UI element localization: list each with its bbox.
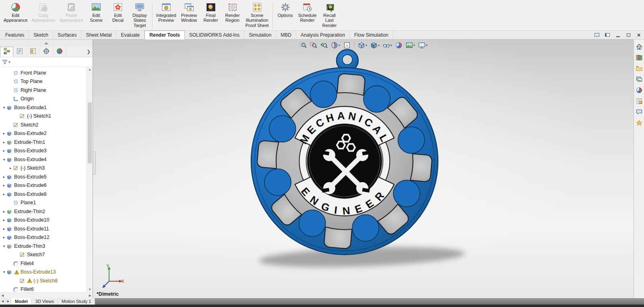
tree-item-boss-extrude11[interactable]: ▸Boss-Extrude11 [0,224,87,233]
tree-item-sketch7[interactable]: Sketch7 [0,251,87,259]
tree-item-boss-extrude5[interactable]: ▸Boss-Extrude5 [0,172,87,181]
graphics-viewport[interactable]: MECHANICAL ENGINEER [93,39,634,298]
manager-tab-propertymanager[interactable] [13,47,27,57]
task-pane-solidworks-resources-home-button[interactable] [635,43,643,51]
tab-sketch[interactable]: Sketch [29,31,53,39]
task-pane-solidworks-forum-button[interactable] [635,108,643,116]
bottom-tab-3d-views[interactable]: 3D Views [32,298,58,305]
tree-item-extrude-thin1[interactable]: ▸Extrude-Thin1 [0,138,87,147]
render-region-button[interactable]: Render Region [222,1,244,24]
expander-expanded-icon[interactable]: ▾ [2,158,6,162]
tree-item-extrude-thin2[interactable]: ▸Extrude-Thin2 [0,207,87,216]
tree-item-front-plane[interactable]: Front Plane [0,68,87,77]
tree-item-boss-extrude10[interactable]: ▸Boss-Extrude10 [0,216,87,225]
scene-illumination-proof-sheet-button[interactable]: Scene Illumination Proof Sheet [244,1,271,29]
tree-horizontal-scrollbar[interactable]: ◀ ▶ [0,292,93,298]
recall-last-render-button[interactable]: Recall Last Render [319,1,341,29]
options-button[interactable]: Options [275,1,296,19]
expander-collapsed-icon[interactable]: ▸ [2,210,6,214]
expander-collapsed-icon[interactable]: ▸ [2,235,6,239]
tab-mbd[interactable]: MBD [276,31,296,39]
manager-tab-dimxpertmanager[interactable] [40,47,53,57]
hide-show-items-button[interactable]: ▾ [381,41,393,50]
copy-appearance-button[interactable]: Copy Appearance [29,1,57,24]
tab-analysis-preparation[interactable]: Analysis Preparation [296,31,350,39]
expander-collapsed-icon[interactable]: ▸ [2,183,6,187]
tree-item-plane1[interactable]: Plane1 [0,199,87,207]
tree-filter-bar[interactable]: ▾ [0,57,93,67]
bottom-tab-model[interactable]: Model [11,298,32,305]
manager-tab-configurationmanager[interactable] [27,47,40,57]
task-pane-file-explorer-button[interactable] [635,64,643,73]
task-pane-design-library-button[interactable] [635,54,643,62]
paste-appearance-button[interactable]: Paste Appearance [58,1,85,24]
scroll-down-arrow-icon[interactable]: ▼ [87,287,93,292]
tree-item-fillet4[interactable]: Fillet4 [0,259,87,268]
tree-item-sketch8[interactable]: (-) Sketch8 [0,276,87,285]
final-render-button[interactable]: Final Render [200,1,222,24]
expander-expanded-icon[interactable]: ▾ [2,270,6,274]
edit-appearance-button[interactable]: Edit Appearance [2,1,29,24]
expander-expanded-icon[interactable]: ▾ [2,106,6,110]
tree-vertical-scrollbar[interactable]: ▲ ▼ [87,67,93,292]
task-pane-view-palette-button[interactable] [635,75,643,83]
tab-render-tools[interactable]: Render Tools [144,31,185,39]
toggle-panel-icon[interactable] [593,32,601,38]
view-orientation-button[interactable]: ▾ [356,41,368,50]
task-pane-custom-properties-button[interactable] [635,97,643,105]
preview-window-button[interactable]: Preview Window [178,1,200,24]
expander-collapsed-icon[interactable]: ▸ [2,175,6,179]
tree-item-boss-extrude13[interactable]: ▾Boss-Extrude13 [0,268,87,277]
expander-collapsed-icon[interactable]: ▸ [2,192,6,196]
tree-item-sketch2[interactable]: Sketch2 [0,120,87,129]
integrated-preview-button[interactable]: Integrated Preview [154,1,178,24]
schedule-render-button[interactable]: Schedule Render [296,1,319,24]
tree-item-boss-extrude4[interactable]: ▾Boss-Extrude4 [0,155,87,164]
tree-item-boss-extrude8[interactable]: ▸Boss-Extrude8 [0,190,87,199]
3d-model-canvas[interactable]: MECHANICAL ENGINEER [93,39,634,298]
close-button[interactable]: × [635,32,642,38]
view-settings-button[interactable]: ▾ [417,41,429,50]
tab-flow-simulation[interactable]: Flow Simulation [350,31,393,39]
tree-item-boss-extrude6[interactable]: ▸Boss-Extrude6 [0,181,87,190]
scroll-up-arrow-icon[interactable]: ▲ [87,67,93,73]
manager-tab-featuremanager-design-tree[interactable] [0,47,13,57]
tab-surfaces[interactable]: Surfaces [53,31,81,39]
minimize-button[interactable] [614,32,621,38]
scroll-right-arrow-icon[interactable]: ▶ [89,294,91,297]
scrollbar-thumb[interactable] [88,102,92,164]
tree-item-fillet6[interactable]: Fillet6 [0,285,87,293]
tab-scroll-right-icon[interactable]: ▶ [6,298,11,305]
tab-evaluate[interactable]: Evaluate [116,31,144,39]
task-pane-favorites-button[interactable] [635,119,643,127]
model-center-emblem[interactable]: MECHANICAL ENGINEER [295,106,394,217]
task-pane-appearances-scenes-decals-button[interactable] [635,86,643,94]
tree-item-sketch1[interactable]: (-) Sketch1 [0,112,87,121]
restore-button[interactable] [625,32,632,38]
display-style-button[interactable]: ▾ [369,41,381,50]
tab-solidworks-add-ins[interactable]: SOLIDWORKS Add-Ins [185,31,244,39]
tab-scroll-left-icon[interactable]: ◀ [0,298,6,305]
edit-decal-button[interactable]: Edit Decal [107,1,129,24]
tree-item-origin[interactable]: Origin [0,95,87,104]
edit-scene-button[interactable]: Edit Scene [85,1,107,24]
tree-item-boss-extrude12[interactable]: ▸Boss-Extrude12 [0,233,87,242]
dynamic-annotation-views-button[interactable]: A [342,41,352,50]
tree-item-boss-extrude3[interactable]: ▸Boss-Extrude3 [0,147,87,156]
tree-item-boss-extrude2[interactable]: ▸Boss-Extrude2 [0,129,87,138]
bottom-tab-motion-study-1[interactable]: Motion Study 1 [58,298,95,305]
zoom-to-fit-button[interactable] [298,41,308,50]
tree-item-boss-extrude1[interactable]: ▾Boss-Extrude1 [0,103,87,112]
expander-collapsed-icon[interactable]: ▸ [2,218,6,222]
tree-item-sketch3[interactable]: ▸(-) Sketch3 [0,164,87,173]
display-states-target-button[interactable]: Display States Target [129,1,151,29]
expander-collapsed-icon[interactable]: ▸ [2,131,6,135]
edit-appearance-button[interactable] [394,41,404,50]
tree-item-right-plane[interactable]: Right Plane [0,86,87,95]
tab-simulation[interactable]: Simulation [244,31,276,39]
expander-expanded-icon[interactable]: ▾ [2,244,6,248]
expander-collapsed-icon[interactable]: ▸ [2,149,6,153]
zoom-to-area-button[interactable] [308,41,318,50]
toggle-sidebar-icon[interactable] [604,32,611,38]
expander-collapsed-icon[interactable]: ▸ [8,166,13,170]
